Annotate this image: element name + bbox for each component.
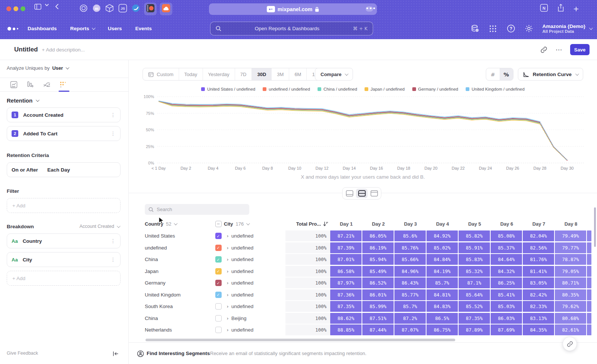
copy-link-icon[interactable]	[540, 46, 547, 53]
chevron-down-icon[interactable]	[45, 4, 49, 6]
retention-cell[interactable]: 85.37%	[491, 242, 522, 253]
back-icon[interactable]	[55, 4, 59, 9]
nav-dashboards[interactable]: Dashboards	[28, 26, 57, 31]
percent-toggle[interactable]: %	[500, 68, 513, 81]
row-checkbox[interactable]	[215, 303, 222, 310]
absolute-toggle[interactable]: #	[486, 68, 500, 81]
retention-cell[interactable]: 79.49%	[555, 230, 586, 241]
expand-row-icon[interactable]: ›	[224, 292, 231, 298]
retention-cell[interactable]: 87.51%	[362, 313, 394, 324]
tab-retention[interactable]	[59, 81, 67, 89]
retention-cell[interactable]: 85.32%	[459, 266, 490, 277]
retention-cell[interactable]: 79.62%	[555, 301, 586, 312]
retention-cell[interactable]: 85.91%	[459, 242, 490, 253]
expand-row-icon[interactable]: ›	[224, 280, 231, 286]
kebab-menu-icon[interactable]: ⋮	[110, 131, 116, 136]
retention-cell[interactable]: 87.2%	[394, 313, 426, 324]
legend-item[interactable]: Japan / undefined	[365, 87, 404, 91]
cube-extension-icon[interactable]	[105, 4, 114, 13]
day-header[interactable]: Day 8	[555, 221, 587, 227]
retention-cell[interactable]: 87.89%	[459, 324, 490, 335]
js-extension-icon[interactable]: JS	[118, 4, 127, 13]
retention-cell[interactable]: 79.77%	[555, 242, 586, 253]
day-header[interactable]: Day 5	[459, 221, 491, 227]
retention-cell[interactable]: 81.76%	[523, 254, 554, 265]
share-icon[interactable]	[557, 4, 564, 12]
floating-share-link-button[interactable]	[563, 337, 577, 351]
nav-events[interactable]: Events	[135, 26, 152, 31]
legend-item[interactable]: United Kingdom / undefined	[466, 87, 525, 91]
save-button[interactable]: Save	[570, 44, 590, 55]
collapse-sidebar-icon[interactable]	[113, 351, 119, 357]
range-3m[interactable]: 3M	[271, 68, 289, 81]
retention-cell[interactable]: 84.84%	[426, 254, 458, 265]
table-search[interactable]	[145, 204, 249, 215]
retention-cell[interactable]: 86.25%	[491, 277, 522, 288]
layout-split-icon[interactable]	[356, 189, 368, 198]
retention-cell[interactable]: 87.07%	[394, 324, 426, 335]
report-description-placeholder[interactable]: + Add description...	[42, 47, 85, 53]
retention-cell[interactable]: 87.39%	[330, 242, 362, 253]
country-column-header[interactable]: Country 52	[145, 221, 213, 227]
step-card-account-created[interactable]: 1 Account Created ⋮	[7, 107, 121, 122]
criteria-interval[interactable]: Each Day	[47, 167, 70, 173]
row-checkbox[interactable]: ✓	[215, 268, 222, 274]
retention-cell[interactable]: 84.35%	[523, 324, 554, 335]
window-minimize-button[interactable]	[13, 6, 18, 11]
legend-item[interactable]: China / undefined	[318, 87, 357, 91]
range-custom[interactable]: Custom	[143, 68, 179, 81]
layout-chart-only-icon[interactable]	[344, 189, 355, 198]
total-column-header[interactable]: Total Pro...	[285, 221, 330, 227]
retention-cell[interactable]: 85.64%	[459, 289, 490, 300]
day-header[interactable]: Day 4	[426, 221, 459, 227]
soundcloud-extension-icon[interactable]	[162, 4, 171, 13]
tab-insights[interactable]	[10, 81, 18, 89]
expand-row-icon[interactable]: ›	[224, 269, 231, 274]
criteria-card[interactable]: On or After Each Day	[7, 162, 121, 177]
retention-cell[interactable]: 87.01%	[330, 254, 362, 265]
m-extension-icon[interactable]: m	[92, 4, 101, 13]
range-6m[interactable]: 6M	[289, 68, 306, 81]
bird-extension-icon[interactable]	[131, 4, 140, 13]
legend-item[interactable]: Germany / undefined	[412, 87, 458, 91]
breakdown-add-button[interactable]: + Add	[7, 271, 121, 286]
kebab-menu-icon[interactable]: ⋮	[110, 112, 116, 118]
row-checkbox[interactable]: ✓	[215, 292, 222, 298]
day-header[interactable]: Day 1	[330, 221, 362, 227]
retention-cell[interactable]: 86.03%	[491, 313, 522, 324]
kebab-menu-icon[interactable]: ⋮	[110, 238, 116, 244]
range-30d[interactable]: 30D	[251, 68, 271, 81]
day-header[interactable]: Day 7	[523, 221, 555, 227]
layout-table-only-icon[interactable]	[368, 189, 380, 198]
report-title[interactable]: Untitled	[14, 46, 38, 53]
retention-cell[interactable]: 85.7%	[394, 301, 426, 312]
retention-cell[interactable]: 86.43%	[394, 277, 426, 288]
retention-cell[interactable]: 85.02%	[426, 242, 458, 253]
help-icon[interactable]: ?	[506, 24, 515, 33]
retention-cell[interactable]: 80.35%	[555, 289, 586, 300]
retention-cell[interactable]: 84.81%	[426, 289, 458, 300]
retention-cell[interactable]: 85.99%	[362, 301, 394, 312]
url-bar[interactable]: mixpanel.com •••	[209, 3, 377, 15]
retention-cell[interactable]: 85.03%	[491, 301, 522, 312]
city-column-header[interactable]: City 176	[224, 221, 285, 227]
day-header[interactable]: Day 3	[394, 221, 426, 227]
expand-row-icon[interactable]: ›	[224, 245, 231, 251]
row-checkbox[interactable]	[215, 315, 222, 321]
kebab-menu-icon[interactable]: ⋮	[110, 257, 116, 263]
retention-cell[interactable]: 82.61%	[555, 324, 586, 335]
range-today[interactable]: Today	[179, 68, 203, 81]
retention-cell[interactable]: 86.01%	[362, 289, 394, 300]
retention-cell[interactable]: 83.13%	[523, 313, 554, 324]
retention-cell[interactable]: 85.41%	[491, 289, 522, 300]
chart-type-selector[interactable]: Retention Curve	[518, 68, 583, 81]
recorder-extension-icon[interactable]	[146, 4, 155, 13]
nav-reports[interactable]: Reports	[70, 26, 94, 31]
retention-cell[interactable]: 87.44%	[362, 324, 394, 335]
sidebar-toggle-icon[interactable]	[34, 4, 41, 10]
range-7d[interactable]: 7D	[235, 68, 252, 81]
analyze-value[interactable]: User	[52, 65, 63, 71]
data-management-icon[interactable]	[471, 24, 479, 33]
window-zoom-button[interactable]	[21, 6, 25, 11]
retention-cell[interactable]: 86.52%	[362, 277, 394, 288]
